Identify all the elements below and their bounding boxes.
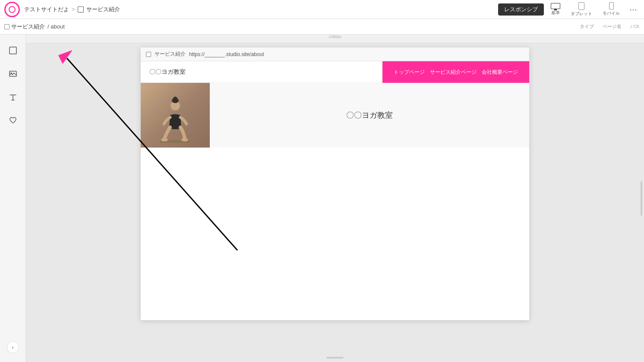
breadcrumb-separator: > (72, 6, 75, 13)
yoga-figure-icon (158, 94, 193, 145)
page-icon (78, 6, 84, 13)
preview-url: https://_______.studio.site/about (189, 51, 264, 57)
preview-page-label: サービス紹介 (155, 50, 186, 58)
second-bar: サービス紹介 / about タイプ ページ名 パス (0, 19, 644, 35)
preview-nav-menu: トップページ サービス紹介ページ 会社概要ページ (382, 61, 529, 83)
svg-point-7 (161, 138, 168, 142)
preview-hero: 〇〇ヨガ教室 (141, 83, 529, 148)
mobile-label: モバイル (603, 10, 620, 16)
desktop-icon (551, 3, 560, 9)
hero-title-text: 〇〇ヨガ教室 (346, 110, 393, 120)
logo-icon (9, 6, 16, 13)
path-label: パス (630, 23, 640, 30)
preview-site-title: 〇〇ヨガ教室 (149, 68, 186, 76)
canvas-bottom-hint (326, 357, 344, 359)
second-bar-page-label: サービス紹介 (11, 23, 45, 31)
top-bar: テストサイトだよ > サービス紹介 レスポンシブ 基準 タブレット モバイル ⋯ (0, 0, 644, 19)
top-bar-right: レスポンシブ 基準 タブレット モバイル ⋯ (498, 1, 640, 18)
tablet-device-button[interactable]: タブレット (567, 1, 596, 18)
preview-page-icon (146, 52, 151, 57)
logo-button[interactable] (4, 2, 20, 17)
preview-hero-image (141, 83, 210, 148)
preview-nav: 〇〇ヨガ教室 トップページ サービス紹介ページ 会社概要ページ (141, 61, 529, 83)
svg-point-2 (10, 72, 12, 74)
tool-image[interactable] (6, 66, 20, 81)
breadcrumb-page[interactable]: サービス紹介 (86, 6, 120, 13)
canvas-area[interactable]: 1280px サービス紹介 https://_______.studio.sit… (26, 35, 644, 362)
responsive-button[interactable]: レスポンシブ (498, 3, 544, 16)
website-preview: サービス紹介 https://_______.studio.site/about… (141, 47, 529, 320)
nav-item-top[interactable]: トップページ (391, 69, 427, 76)
svg-point-6 (173, 97, 177, 101)
tool-rectangle[interactable] (6, 43, 20, 58)
main-layout: › 1280px サービス紹介 https://_______.studio.s… (0, 35, 644, 362)
breadcrumb: テストサイトだよ > サービス紹介 (24, 6, 120, 13)
ruler-px-label: 1280px (328, 35, 341, 39)
second-bar-meta: タイプ ページ名 パス (580, 23, 640, 30)
more-options-button[interactable]: ⋯ (627, 4, 640, 15)
tablet-icon (578, 2, 584, 10)
nav-item-service[interactable]: サービス紹介ページ (427, 69, 479, 76)
svg-marker-10 (58, 50, 73, 64)
top-ruler: 1280px (26, 35, 644, 43)
tool-text[interactable] (6, 90, 20, 104)
tool-heart[interactable] (6, 113, 20, 128)
second-bar-path: / about (47, 23, 65, 30)
preview-url-bar: サービス紹介 https://_______.studio.site/about (141, 47, 529, 61)
canvas-scrollbar[interactable] (641, 181, 642, 216)
desktop-device-button[interactable]: 基準 (547, 2, 564, 17)
nav-item-company[interactable]: 会社概要ページ (479, 69, 521, 76)
preview-content (141, 148, 529, 320)
desktop-label: 基準 (551, 10, 560, 16)
sidebar-expand-button[interactable]: › (7, 341, 19, 353)
preview-hero-title: 〇〇ヨガ教室 (210, 83, 529, 148)
breadcrumb-site[interactable]: テストサイトだよ (24, 6, 69, 13)
svg-point-8 (181, 138, 188, 142)
mobile-device-button[interactable]: モバイル (599, 1, 623, 17)
left-sidebar: › (0, 35, 26, 362)
tablet-label: タブレット (571, 11, 592, 17)
type-label: タイプ (580, 23, 594, 30)
mobile-icon (609, 2, 614, 9)
svg-rect-0 (9, 47, 16, 54)
page-name-label: ページ名 (603, 23, 622, 30)
page-icon-sm (4, 24, 9, 29)
